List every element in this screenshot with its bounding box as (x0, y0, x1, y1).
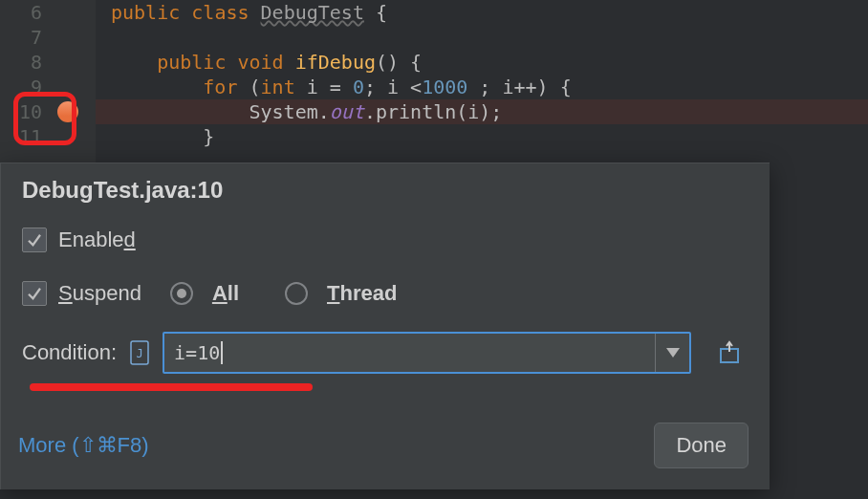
condition-value: i=10 (174, 341, 220, 364)
gutter: 67891011 (0, 0, 96, 163)
suspend-label: Suspend (58, 281, 141, 306)
code-line[interactable] (96, 25, 868, 50)
condition-input-wrap: i=10 (163, 332, 691, 374)
annotation-underline (30, 383, 313, 391)
line-number[interactable]: 7 (0, 25, 96, 50)
dialog-title: DebugTest.java:10 (22, 177, 749, 204)
text-caret (221, 341, 223, 364)
enabled-label: Enabled (58, 228, 136, 252)
line-number[interactable]: 8 (0, 50, 96, 75)
condition-history-dropdown[interactable] (655, 334, 689, 372)
radio-all-label: All (212, 281, 239, 306)
suspend-checkbox[interactable] (22, 281, 47, 306)
code-area[interactable]: public class DebugTest { public void ifD… (96, 0, 868, 163)
java-file-icon: J (130, 340, 149, 365)
radio-thread-label: Thread (327, 281, 397, 306)
enabled-checkbox[interactable] (22, 228, 47, 252)
svg-text:J: J (136, 347, 142, 360)
svg-marker-2 (666, 348, 680, 358)
radio-thread[interactable] (285, 282, 308, 305)
expand-condition-icon[interactable] (710, 332, 749, 374)
code-line[interactable]: } (96, 124, 868, 149)
code-line[interactable]: for (int i = 0; i <1000 ; i++) { (96, 75, 868, 99)
condition-input[interactable]: i=10 (164, 334, 655, 372)
code-line[interactable]: public class DebugTest { (96, 0, 868, 25)
annotation-box (13, 92, 76, 145)
code-line[interactable]: System.out.println(i); (96, 99, 868, 124)
breakpoint-dialog: DebugTest.java:10 Enabled Suspend All Th… (0, 163, 770, 489)
code-line[interactable]: public void ifDebug() { (96, 50, 868, 75)
more-link[interactable]: More (⇧⌘F8) (18, 433, 149, 458)
done-button[interactable]: Done (654, 423, 749, 468)
line-number[interactable]: 6 (0, 0, 96, 25)
condition-label: Condition: (22, 340, 117, 365)
condition-row: Condition: J i=10 (22, 332, 749, 374)
code-editor: 67891011 public class DebugTest { public… (0, 0, 868, 163)
radio-all[interactable] (170, 282, 193, 305)
